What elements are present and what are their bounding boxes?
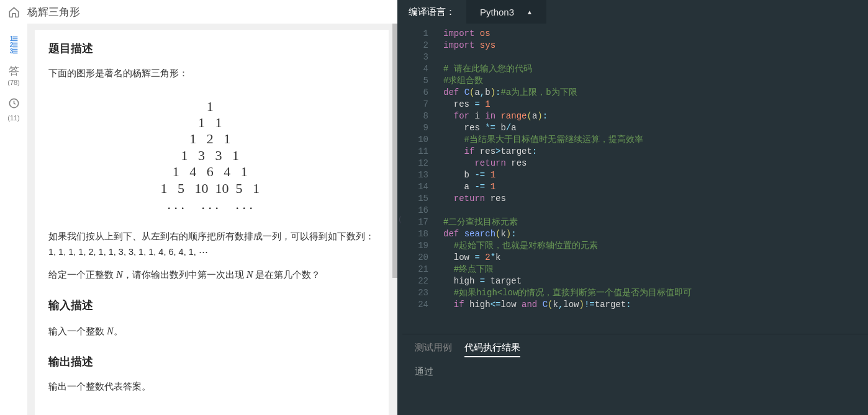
line-gutter: 123456789101112131415161718192021222324	[402, 24, 437, 334]
top-bar: 杨辉三角形 编译语言： Python3 ▲	[0, 0, 868, 24]
problem-scrollbar[interactable]	[392, 24, 397, 415]
language-select[interactable]: Python3 ▲	[466, 0, 546, 24]
splitter[interactable]: ⟨	[397, 24, 402, 415]
desc-intro: 下面的图形是著名的杨辉三角形：	[48, 66, 375, 81]
top-bar-left: 杨辉三角形	[0, 0, 397, 24]
clock-icon	[8, 97, 20, 112]
output-heading: 输出描述	[48, 354, 375, 369]
language-selected: Python3	[480, 7, 514, 17]
result-status: 通过	[415, 366, 856, 378]
desc-heading: 题目描述	[48, 41, 375, 56]
sidebar-item-list[interactable]: 1☰2☰3☰	[10, 36, 18, 55]
results-panel: 测试用例 代码执行结果 通过	[402, 334, 868, 415]
answers-count: (78)	[7, 79, 20, 86]
tab-results[interactable]: 代码执行结果	[464, 342, 520, 357]
tab-testcases[interactable]: 测试用例	[415, 342, 452, 357]
problem-panel: 题目描述 下面的图形是著名的杨辉三角形： 1 1 1 1 2 1 1 3 3 1…	[35, 30, 389, 415]
caret-up-icon: ▲	[527, 9, 533, 16]
code-editor[interactable]: 123456789101112131415161718192021222324 …	[402, 24, 868, 334]
sidebar-item-answers[interactable]: 答 (78)	[7, 66, 20, 86]
given-text: 给定一个正整数 N，请你输出数列中第一次出现 N 是在第几个数？	[48, 266, 375, 283]
language-label: 编译语言：	[397, 6, 466, 18]
list-icon: 1☰2☰3☰	[10, 36, 18, 55]
page-title: 杨辉三角形	[27, 5, 80, 19]
history-count: (11)	[7, 114, 20, 122]
triangle-figure: 1 1 1 1 2 1 1 3 3 1 1 4 6 4 1 1 5 10 10 …	[48, 87, 375, 230]
sidebar-item-history[interactable]: (11)	[7, 97, 20, 122]
main: 1☰2☰3☰ 答 (78) (11) 题目描述 下面的图形是著名的杨辉三角形： …	[0, 24, 868, 415]
output-text: 输出一个整数代表答案。	[48, 379, 375, 395]
input-text: 输入一个整数 N。	[48, 323, 375, 339]
answers-icon: 答	[9, 66, 19, 76]
result-tabs: 测试用例 代码执行结果	[415, 342, 856, 357]
scroll-thumb[interactable]	[392, 24, 397, 278]
code-area: 123456789101112131415161718192021222324 …	[402, 24, 868, 415]
code-content[interactable]: import osimport sys# 请在此输入您的代码#求组合数def C…	[437, 24, 868, 334]
splitter-grip-icon: ⟨	[399, 215, 401, 223]
problem-panel-wrap: 题目描述 下面的图形是著名的杨辉三角形： 1 1 1 1 2 1 1 3 3 1…	[27, 24, 397, 415]
input-heading: 输入描述	[48, 298, 375, 313]
sidebar: 1☰2☰3☰ 答 (78) (11)	[0, 24, 27, 415]
home-icon[interactable]	[0, 6, 27, 18]
top-bar-right: 编译语言： Python3 ▲	[397, 0, 868, 24]
sequence-text: 如果我们按从上到下、从左到右的顺序把所有数排成一列，可以得到如下数列： 1, 1…	[48, 229, 375, 259]
